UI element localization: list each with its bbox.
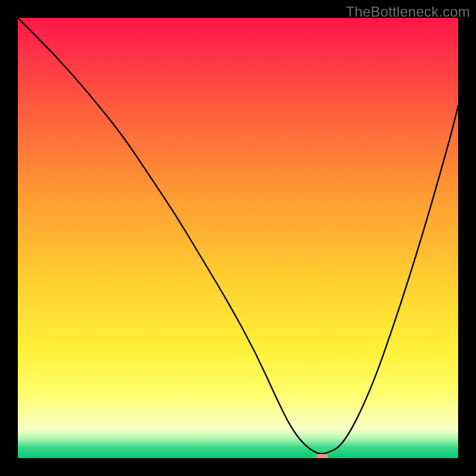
watermark-text: TheBottleneck.com bbox=[346, 4, 470, 20]
plot-area bbox=[18, 18, 458, 458]
optimal-marker bbox=[315, 454, 328, 458]
plot-svg bbox=[18, 18, 458, 458]
gradient-background bbox=[18, 18, 458, 458]
chart-frame: TheBottleneck.com bbox=[0, 0, 476, 476]
